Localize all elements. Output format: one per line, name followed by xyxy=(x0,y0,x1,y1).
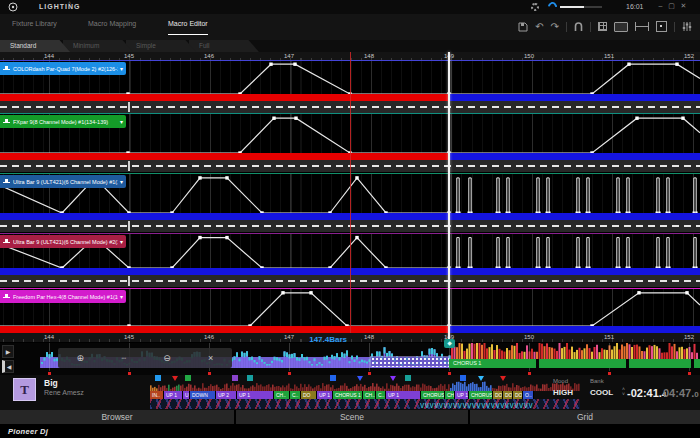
channel-bar-left xyxy=(0,326,449,333)
phrase-segment[interactable]: UP 2 xyxy=(216,391,237,399)
wave-bar-line xyxy=(289,343,290,371)
maximize-button[interactable]: ▢ xyxy=(667,2,676,10)
menu-tab-macro-editor[interactable]: Macro Editor xyxy=(168,20,208,35)
hot-cue-marker[interactable] xyxy=(357,376,363,381)
edit-cursor-tick xyxy=(128,102,130,112)
track-artist: Rene Amesz xyxy=(44,389,84,396)
phrase-segment[interactable]: DOWN xyxy=(190,391,216,399)
time-total: 04:47.0 xyxy=(663,383,699,401)
view-tab-full[interactable]: Full xyxy=(189,40,259,52)
phrase-segment[interactable]: DO xyxy=(503,391,513,399)
menu-tab-fixture-library[interactable]: Fixture Library xyxy=(12,20,57,34)
zoom-in-icon[interactable]: ⊕ xyxy=(77,353,85,363)
fixture-header[interactable]: Freedom Par Hex-4(8 Channel Mode) #1(161… xyxy=(0,290,126,303)
chevron-down-icon[interactable]: ▾ xyxy=(120,65,123,72)
screen-preview-icon[interactable] xyxy=(614,22,628,32)
waveform-panel[interactable]: ▶ ◀ ⊕ ••• ⊖ × CHORUS 1 xyxy=(0,343,700,375)
phrase-segment[interactable]: CHORUS 1 xyxy=(333,391,363,399)
fixture-header[interactable]: Ultra Bar 9 (ULT421)(6 Channel Mode) #2(… xyxy=(0,235,126,248)
phrase-segment[interactable]: DO xyxy=(513,391,523,399)
zoom-out-icon[interactable]: ⊖ xyxy=(163,353,171,363)
hot-cue-marker[interactable] xyxy=(330,375,336,381)
hot-cue-marker[interactable] xyxy=(247,375,253,381)
phrase-segment[interactable]: IN.. xyxy=(150,391,164,399)
edit-cursor-tick xyxy=(128,161,130,171)
hot-cue-marker[interactable] xyxy=(172,376,178,381)
chevron-down-icon[interactable]: ▾ xyxy=(120,178,123,185)
pioneer-dj-logo: Pioneer Dj xyxy=(8,427,48,436)
channel-bar-left xyxy=(0,213,449,220)
collapse-overlay-icon[interactable]: × xyxy=(208,353,213,363)
phrase-segment[interactable]: C.. xyxy=(376,391,386,399)
phrase-segment[interactable]: CH.. xyxy=(445,391,455,399)
grid-view-icon[interactable] xyxy=(598,22,607,31)
phrase-segment[interactable]: CHORUS 1 xyxy=(469,391,493,399)
channel-bar-right xyxy=(449,94,700,101)
bank-spinner[interactable]: ˄˅ xyxy=(622,387,625,397)
memory-cue-marker[interactable]: ◆ xyxy=(444,339,455,348)
sync-arc-icon xyxy=(546,0,559,13)
ruler-ticks xyxy=(0,339,700,342)
zoom-dots-icon: ••• xyxy=(121,356,126,361)
fixture-header[interactable]: FXpar 9(8 Channel Mode) #1(134-139)▾ xyxy=(0,115,126,128)
hot-cue-marker[interactable] xyxy=(155,375,161,381)
loop-region[interactable] xyxy=(370,356,449,367)
channel-bar-left xyxy=(0,153,449,160)
hot-cue-marker[interactable] xyxy=(232,375,238,381)
close-button[interactable]: ✕ xyxy=(679,2,688,10)
channel-bar-right xyxy=(449,213,700,220)
fixture-header[interactable]: Ultra Bar 9 (ULT421)(6 Channel Mode) #1(… xyxy=(0,175,126,188)
phrase-segment[interactable]: UP 1 xyxy=(237,391,274,399)
phrase-segment[interactable]: DO xyxy=(493,391,503,399)
bar-span-icon[interactable] xyxy=(635,22,649,31)
magnet-quantize-icon[interactable] xyxy=(574,22,583,32)
phrase-segment[interactable]: DO xyxy=(301,391,317,399)
bar-number: 146 xyxy=(204,53,214,59)
phrase-segment[interactable]: O.. xyxy=(523,391,534,399)
undo-icon[interactable]: ↶ xyxy=(535,22,543,32)
bottom-button-grid[interactable]: Grid xyxy=(470,410,700,424)
hot-cue-marker[interactable] xyxy=(405,375,411,381)
app-mode-selector[interactable]: ˄˅ xyxy=(66,1,73,13)
mood-label: Mood xyxy=(553,378,568,384)
view-tab-minimum[interactable]: Minimum xyxy=(63,40,133,52)
phrase-segment[interactable]: UP 1 xyxy=(164,391,183,399)
bottom-button-browser[interactable]: Browser xyxy=(0,410,234,424)
toolbar-divider xyxy=(566,22,567,32)
timeline-ruler-bottom[interactable]: 144145146147148149150151152 xyxy=(0,333,700,342)
edit-cursor-tick xyxy=(128,221,130,231)
redo-icon[interactable]: ↷ xyxy=(551,22,559,32)
chevron-down-icon[interactable]: ▾ xyxy=(120,293,123,300)
hot-cue-marker[interactable] xyxy=(460,375,466,381)
minimize-button[interactable]: – xyxy=(656,2,665,9)
hot-cue-marker[interactable] xyxy=(390,376,396,381)
phrase-segment[interactable]: UP 1 xyxy=(386,391,421,399)
playhead[interactable] xyxy=(448,52,450,343)
bar-number: 152 xyxy=(684,53,694,59)
mixer-sliders-icon[interactable] xyxy=(682,21,692,32)
hot-cue-marker[interactable] xyxy=(478,376,484,381)
save-icon[interactable] xyxy=(518,22,528,32)
phrase-segment[interactable]: UP 1 xyxy=(317,391,333,399)
phrase-segment[interactable]: CH.. xyxy=(274,391,290,399)
chevron-down-icon[interactable]: ▾ xyxy=(120,238,123,245)
phrase-segment[interactable]: CH.. xyxy=(363,391,376,399)
fixture-header[interactable]: COLORdash Par-Quad 7(Mode 2) #2(126-13▾ xyxy=(0,62,126,75)
phrase-segment[interactable]: UP 1 xyxy=(455,391,469,399)
fixture-icon xyxy=(3,118,10,125)
focus-target-icon[interactable] xyxy=(656,21,667,32)
view-tab-standard[interactable]: Standard xyxy=(0,40,70,52)
hot-cue-marker[interactable] xyxy=(185,375,191,381)
bottom-button-scene[interactable]: Scene xyxy=(236,410,468,424)
bar-number: 145 xyxy=(124,334,134,340)
chevron-down-icon[interactable]: ▾ xyxy=(120,118,123,125)
hot-cue-marker[interactable] xyxy=(500,376,506,381)
phrase-strip[interactable]: IN..UP 1UDOWNUP 2UP 1CH..C..DOUP 1CHORUS… xyxy=(150,391,535,399)
view-tab-simple[interactable]: Simple xyxy=(126,40,196,52)
track-overview-waveform[interactable] xyxy=(150,381,580,391)
settings-gear-icon[interactable] xyxy=(531,3,539,11)
menu-tab-macro-mapping[interactable]: Macro Mapping xyxy=(88,20,136,34)
phrase-segment[interactable]: CHORUS 1 xyxy=(421,391,445,399)
phrase-segment[interactable]: C.. xyxy=(290,391,301,399)
phrase-segment[interactable]: U xyxy=(183,391,190,399)
